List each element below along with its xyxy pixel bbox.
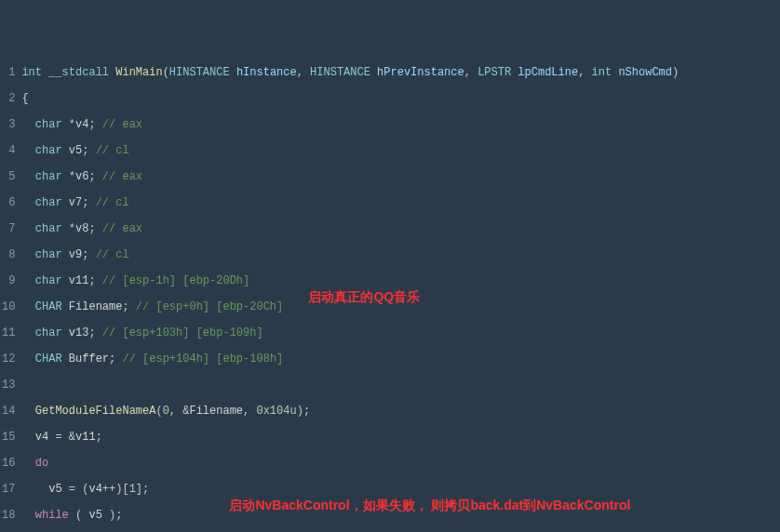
line-number: 6 <box>2 196 15 209</box>
line-number: 11 <box>2 326 15 339</box>
code-line[interactable]: char v13; // [esp+103h] [ebp-109h] <box>21 326 679 339</box>
code-line[interactable]: char v5; // cl <box>21 144 679 157</box>
line-number: 18 <box>2 509 15 522</box>
code-line[interactable]: char v7; // cl <box>21 196 679 209</box>
code-line[interactable] <box>21 379 679 392</box>
line-number: 15 <box>2 431 15 444</box>
code-line[interactable]: char *v8; // eax <box>21 222 679 235</box>
code-line[interactable]: do <box>21 457 679 470</box>
annotation-nvbackcontrol: 启动NvBackControl，如果失败， 则拷贝back.dat到NvBack… <box>229 499 630 512</box>
line-number: 12 <box>2 352 15 366</box>
line-number: 17 <box>2 483 15 496</box>
code-line[interactable]: char *v4; // eax <box>21 118 679 131</box>
code-line[interactable]: { <box>21 92 679 105</box>
line-number: 2 <box>2 92 15 105</box>
line-number: 5 <box>2 170 15 183</box>
line-number: 3 <box>2 118 15 131</box>
code-line[interactable]: char v11; // [esp-1h] [ebp-20Dh] <box>21 274 679 287</box>
code-line[interactable]: GetModuleFileNameA(0, &Filename, 0x104u)… <box>21 405 679 418</box>
line-number: 8 <box>2 248 15 261</box>
code-area[interactable]: int __stdcall WinMain(HINSTANCE hInstanc… <box>20 52 679 532</box>
code-line[interactable]: char v9; // cl <box>21 248 679 261</box>
line-number: 1 <box>2 66 15 79</box>
code-line[interactable]: v4 = &v11; <box>21 431 679 444</box>
line-number: 7 <box>2 222 15 235</box>
line-number: 14 <box>2 405 15 418</box>
code-line[interactable]: CHAR Buffer; // [esp+104h] [ebp-108h] <box>21 352 679 366</box>
code-line[interactable]: char *v6; // eax <box>21 170 679 183</box>
line-number: 4 <box>2 144 15 157</box>
annotation-qqmusic: 启动真正的QQ音乐 <box>308 290 420 303</box>
line-number: 16 <box>2 457 15 470</box>
code-line[interactable]: v5 = (v4++)[1]; <box>21 483 679 496</box>
line-number: 10 <box>2 300 15 313</box>
code-editor[interactable]: 1 2 3 4 5 6 7 8 9 10 11 12 13 14 15 16 1… <box>0 52 780 532</box>
line-number-gutter: 1 2 3 4 5 6 7 8 9 10 11 12 13 14 15 16 1… <box>0 52 20 532</box>
code-line[interactable]: int __stdcall WinMain(HINSTANCE hInstanc… <box>21 66 679 79</box>
line-number: 9 <box>2 274 15 287</box>
line-number: 13 <box>2 379 15 392</box>
